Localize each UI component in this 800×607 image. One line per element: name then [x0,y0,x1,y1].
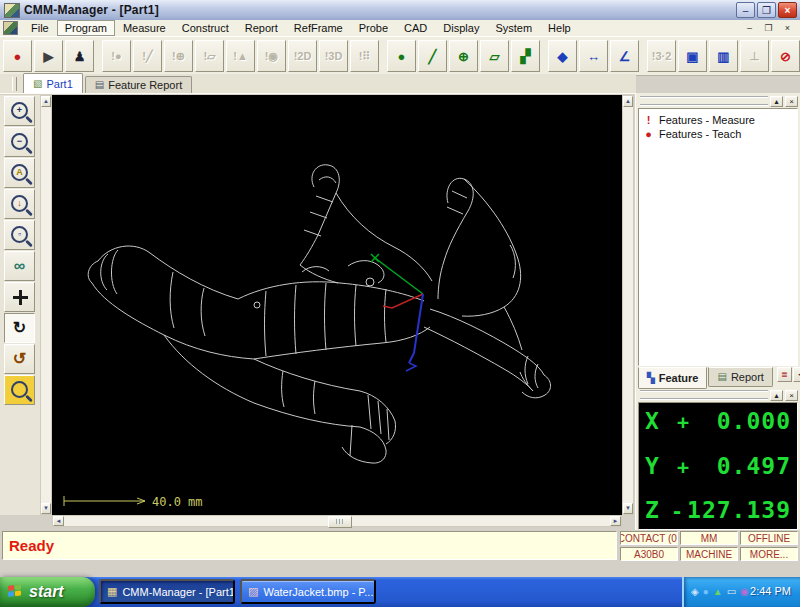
measure-2d-button[interactable]: !2D [288,40,317,72]
contact-status[interactable]: CONTACT (0) [620,531,678,545]
align-321-button[interactable]: !3·2 [647,40,676,72]
tray-icon-2[interactable]: ● [703,587,709,597]
task-cmm-manager[interactable]: ▦ CMM-Manager - [Part1] [99,579,235,604]
menu-cad[interactable]: CAD [396,20,435,36]
document-icon [3,21,18,35]
panel-tab-feature[interactable]: ▚ Feature [638,367,707,389]
measure-cone-button[interactable]: !▲ [226,40,255,72]
machine-status[interactable]: MACHINE [680,547,738,561]
glasses-icon: ∞ [5,252,34,280]
menu-file[interactable]: File [23,20,57,36]
zoom-window-button[interactable]: ▫ [4,220,35,250]
teach-circle-button[interactable]: ⊕ [449,40,478,72]
teach-cylinder-button[interactable]: ▞ [511,40,540,72]
start-button[interactable]: start [0,577,95,607]
menu-probe[interactable]: Probe [351,20,396,36]
mdi-restore-button[interactable]: ❐ [762,22,775,34]
probe-setup-button[interactable]: ♟ [65,40,94,72]
menu-system[interactable]: System [487,20,540,36]
viewport-horizontal-scrollbar[interactable]: ◄ ► [52,515,622,527]
zoom-in-button[interactable]: + [4,96,35,126]
distance-icon: ↔ [587,50,600,63]
mdi-minimize-button[interactable]: – [743,22,756,34]
circle-icon: !⊕ [172,51,185,62]
zoom-all-button[interactable]: A [4,158,35,188]
close-button[interactable]: × [778,2,797,18]
tray-icon-4[interactable]: ▭ [727,587,736,597]
teach-point-button[interactable]: ● [387,40,416,72]
zoom-probe-button[interactable] [4,375,35,405]
rotate-button[interactable]: ↻ [4,313,35,343]
probe-view-button[interactable]: ▥ [709,40,738,72]
zoom-selected-icon: ↓ [11,195,28,212]
scroll-down-icon[interactable]: ▼ [623,503,633,514]
menu-help[interactable]: Help [540,20,579,36]
wireframe-model[interactable]: 40.0 mm [52,95,622,515]
scroll-right-icon[interactable]: ► [610,516,621,526]
panel-grip[interactable] [640,390,768,400]
more-button[interactable]: MORE... [740,547,798,561]
zoom-window-icon: ▫ [11,226,28,243]
cad-viewport[interactable]: 40.0 mm [52,95,622,515]
stop-button[interactable]: ⊘ [771,40,800,72]
zoom-out-button[interactable]: − [4,127,35,157]
line-icon: !╱ [142,51,152,62]
scroll-up-icon[interactable]: ▲ [623,96,633,107]
distance-button[interactable]: ↔ [579,40,608,72]
panel-close-button[interactable]: × [785,390,798,401]
scroll-down-icon[interactable]: ▼ [41,503,51,514]
menu-report[interactable]: Report [237,20,286,36]
menu-construct[interactable]: Construct [174,20,237,36]
tab-scroll-left-button[interactable]: ◄ [793,367,800,382]
units-status[interactable]: MM [680,531,738,545]
tray-icon-1[interactable]: ◈ [691,587,699,597]
measure-3d-button[interactable]: !3D [319,40,348,72]
scrollbar-thumb[interactable] [328,516,352,528]
tray-icon-5[interactable]: ◉ [740,587,749,597]
zoom-selected-button[interactable]: ↓ [4,189,35,219]
joystick-button[interactable]: ⊥ [740,40,769,72]
panel-tab-report[interactable]: ▤ Report [708,367,772,387]
measure-sphere-button[interactable]: !◉ [257,40,286,72]
viewport-right-scrollbar[interactable]: ▲ ▼ [622,95,634,515]
restore-button[interactable]: ❐ [757,2,776,18]
teach-line-button[interactable]: ╱ [418,40,447,72]
menu-refframe[interactable]: RefFrame [286,20,351,36]
menu-display[interactable]: Display [435,20,487,36]
menu-program[interactable]: Program [57,20,115,36]
measure-point-button[interactable]: !● [102,40,131,72]
measure-circle-button[interactable]: !⊕ [164,40,193,72]
teach-mode-button[interactable]: ● [3,40,32,72]
angle-button[interactable]: ∠ [610,40,639,72]
panel-grip[interactable] [640,96,768,106]
probe-status[interactable]: A30B0 [620,547,678,561]
panel-close-button[interactable]: × [785,96,798,107]
minimize-button[interactable]: – [736,2,755,18]
scroll-left-icon[interactable]: ◄ [53,516,64,526]
panel-collapse-button[interactable]: ▴ [770,390,783,401]
report-list-button[interactable]: ≣ [777,367,792,382]
tab-part1[interactable]: ▧ Part1 [23,73,83,93]
feature-teach-item[interactable]: ● Features - Teach [642,127,794,141]
viewport-left-scrollbar[interactable]: ▲ ▼ [40,95,52,515]
rotate-pointer-button[interactable]: ↺ [4,344,35,374]
probe-qualify-button[interactable]: ◆ [548,40,577,72]
measure-line-button[interactable]: !╱ [133,40,162,72]
task-waterjacket[interactable]: ▨ WaterJacket.bmp - P... [240,579,376,604]
feature-measure-item[interactable]: ! Features - Measure [642,113,794,127]
pan-button[interactable] [4,282,35,312]
scroll-up-icon[interactable]: ▲ [41,96,51,107]
tab-feature-report[interactable]: ▤ Feature Report [85,76,192,93]
teach-plane-button[interactable]: ▱ [480,40,509,72]
program-view-button[interactable]: ▣ [678,40,707,72]
measure-plane-button[interactable]: !▱ [195,40,224,72]
window-title: CMM-Manager - [Part1] [24,3,736,17]
connection-status[interactable]: OFFLINE [740,531,798,545]
menu-measure[interactable]: Measure [115,20,174,36]
view-glasses-button[interactable]: ∞ [4,251,35,281]
run-program-button[interactable]: ▶ [34,40,63,72]
mdi-close-button[interactable]: × [781,22,794,34]
tray-icon-3[interactable]: ▲ [713,587,723,597]
measure-pattern-button[interactable]: !⠿ [350,40,379,72]
panel-collapse-button[interactable]: ▴ [770,96,783,107]
